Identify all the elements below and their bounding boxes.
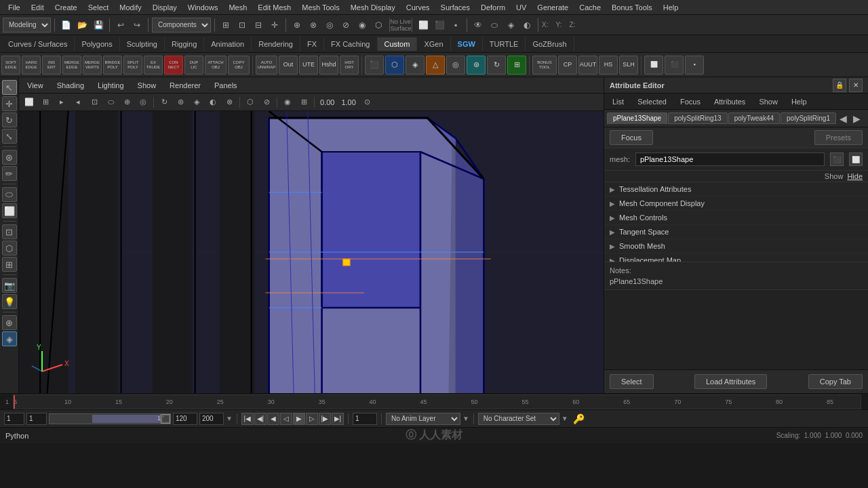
render2-icon[interactable]: ⬛ (432, 18, 447, 33)
play-back-btn[interactable]: ◁ (280, 413, 292, 425)
mesh-expand-btn[interactable]: ⬜ (849, 152, 863, 166)
vp-icon18[interactable]: ⊙ (360, 96, 375, 109)
tab-fx[interactable]: FX (300, 37, 324, 51)
node-tab-polytweak[interactable]: polyTweak44 (728, 113, 780, 124)
torus-btn[interactable]: ◎ (446, 56, 465, 75)
menu-surfaces[interactable]: Surfaces (435, 2, 475, 13)
loop-btn[interactable]: ⬛ (161, 414, 170, 424)
tab-xgen[interactable]: XGen (417, 37, 450, 51)
hard-edge-btn[interactable]: HARDEDGE (22, 56, 41, 75)
vp-menu-panels[interactable]: Panels (210, 80, 241, 91)
go-start-btn[interactable]: |◀ (241, 413, 254, 425)
lasso-tool[interactable]: ⬭ (2, 187, 17, 202)
select-icon[interactable]: ⊞ (218, 18, 233, 33)
paint-tool[interactable]: ✏ (2, 166, 17, 181)
anim-layer-dropdown[interactable]: ▼ (462, 415, 469, 422)
copy-obj-btn[interactable]: COPYOBJ (228, 56, 250, 75)
rotate-tool[interactable]: ↻ (2, 113, 17, 127)
bridge-edge-polys-btn[interactable]: BRIDGEPOLY (103, 56, 122, 75)
move-tool[interactable]: ✛ (2, 96, 17, 111)
mesh-name-field[interactable] (635, 152, 825, 166)
move-icon[interactable]: ✛ (267, 18, 282, 33)
mesh-link-btn[interactable]: ⬛ (830, 152, 844, 166)
attr-tab-list[interactable]: List (607, 96, 629, 108)
display4-icon[interactable]: ◐ (519, 18, 534, 33)
vp-icon15[interactable]: ⊘ (259, 96, 274, 109)
menu-select[interactable]: Select (83, 2, 115, 13)
play-fwd-btn[interactable]: ▶ (293, 413, 305, 425)
load-attributes-btn[interactable]: Load Attributes (694, 374, 767, 389)
node-tab-pplane[interactable]: pPlane13Shape (607, 113, 667, 124)
connect-btn[interactable]: CONNECT (164, 56, 183, 75)
snap2-icon[interactable]: ⊗ (306, 18, 321, 33)
snap-tool[interactable]: ⬡ (2, 241, 17, 256)
menu-deform[interactable]: Deform (475, 2, 511, 13)
vp-icon17[interactable]: ⊞ (296, 96, 311, 109)
tab-rendering[interactable]: Rendering (252, 37, 300, 51)
extrude-btn[interactable]: EXTRUDE (144, 56, 163, 75)
vp-icon3[interactable]: ▸ (54, 96, 69, 109)
menu-cache[interactable]: Cache (574, 2, 606, 13)
menu-mesh[interactable]: Mesh (223, 2, 252, 13)
save-icon[interactable]: 💾 (91, 18, 106, 33)
frame-start-field[interactable] (4, 413, 24, 425)
attr-tab-selected[interactable]: Selected (632, 96, 672, 108)
hshd-btn[interactable]: Hshd (319, 56, 338, 75)
history-btn[interactable]: HISTORY (340, 56, 359, 75)
render3-icon[interactable]: ▪ (448, 18, 463, 33)
tab-sculpting[interactable]: Sculpting (120, 37, 165, 51)
end-frame-field[interactable] (173, 413, 197, 425)
tab-polygons[interactable]: Polygons (75, 37, 119, 51)
vp-menu-lighting[interactable]: Lighting (94, 80, 128, 91)
render1-icon[interactable]: ⬜ (416, 18, 431, 33)
copy-tab-btn[interactable]: Copy Tab (808, 374, 863, 389)
vp-menu-renderer[interactable]: Renderer (165, 80, 205, 91)
tab-fx-caching[interactable]: FX Caching (324, 37, 377, 51)
insert-edge-loop-btn[interactable]: INSERT (42, 56, 61, 75)
char-set-select[interactable]: No Character Set (478, 413, 559, 425)
tab-custom[interactable]: Custom (378, 37, 418, 51)
soft-edge-btn[interactable]: SOFTEDGE (1, 56, 20, 75)
dup-lic-btn[interactable]: DUPLIC (184, 56, 203, 75)
scale-tool[interactable]: ⤡ (2, 129, 17, 144)
cone-btn[interactable]: △ (426, 56, 445, 75)
presets-btn[interactable]: Presets (814, 130, 863, 145)
menu-bonus-tools[interactable]: Bonus Tools (606, 2, 658, 13)
snap-selector[interactable]: Components (152, 18, 211, 33)
vp-icon6[interactable]: ⬭ (103, 96, 118, 109)
soft-select-tool[interactable]: ⊛ (2, 150, 17, 165)
rotate-btn[interactable]: ↻ (487, 56, 506, 75)
go-end-btn[interactable]: ▶| (332, 413, 344, 425)
open-icon[interactable]: 📂 (75, 18, 90, 33)
redo-icon[interactable]: ↪ (130, 18, 144, 33)
select-tool[interactable]: ↖ (2, 80, 17, 95)
sym-btn[interactable]: ⊞ (507, 56, 526, 75)
undo-icon[interactable]: ↩ (113, 18, 128, 33)
node-tab-prev[interactable]: ◀ (837, 113, 850, 124)
out-btn[interactable]: Out (279, 56, 298, 75)
vp-icon4[interactable]: ◂ (71, 96, 85, 109)
vp-icon7[interactable]: ⊕ (119, 96, 134, 109)
menu-modify[interactable]: Modify (114, 2, 146, 13)
frame-current-field[interactable] (26, 413, 47, 425)
vp-icon12[interactable]: ◐ (205, 96, 220, 109)
tab-gozbrush[interactable]: GoZBrush (526, 37, 574, 51)
camera-tool[interactable]: 📷 (2, 278, 17, 293)
vp-icon10[interactable]: ⊛ (173, 96, 188, 109)
tab-animation[interactable]: Animation (204, 37, 252, 51)
misc1-tool[interactable]: ⊕ (2, 315, 17, 330)
attr-tab-attributes[interactable]: Attributes (709, 96, 751, 108)
misc2-tool[interactable]: ◈ (2, 331, 17, 346)
frame-dropdown[interactable]: ▼ (226, 415, 233, 422)
split-poly-btn[interactable]: SPLITPOLY (123, 56, 142, 75)
cp-btn[interactable]: CP (558, 56, 577, 75)
range-bar[interactable]: 120 ⬛ (49, 413, 171, 424)
display2-icon[interactable]: ⬭ (487, 18, 502, 33)
char-set-key-btn[interactable]: 🔑 (573, 413, 585, 424)
max-frame-field[interactable] (199, 413, 224, 425)
prev-key-btn[interactable]: ◀| (254, 413, 267, 425)
light-tool[interactable]: 💡 (2, 294, 17, 309)
menu-windows[interactable]: Windows (182, 2, 224, 13)
menu-create[interactable]: Create (50, 2, 83, 13)
new-scene-icon[interactable]: 📄 (58, 18, 73, 33)
